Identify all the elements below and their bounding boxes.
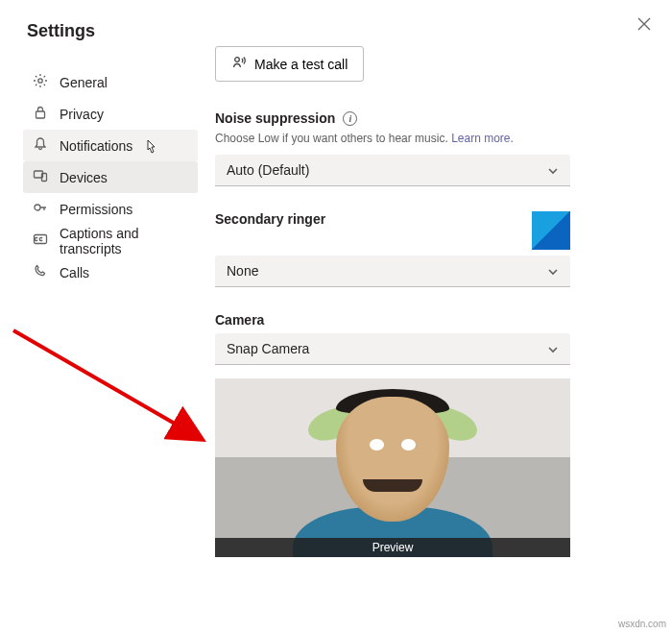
sidebar-item-label: Devices (60, 170, 108, 185)
svg-point-0 (38, 79, 42, 83)
svg-point-6 (235, 58, 240, 62)
gear-icon (33, 73, 48, 91)
sidebar-item-label: General (60, 75, 108, 90)
chevron-down-icon (547, 343, 559, 354)
dropdown-value: Auto (Default) (227, 162, 309, 178)
settings-main: Make a test call Noise suppression i Cho… (198, 21, 659, 633)
camera-preview: Preview (215, 378, 570, 557)
secondary-ringer-section: Secondary ringer None (215, 211, 651, 287)
captions-icon (33, 231, 48, 250)
page-title: Settings (23, 21, 198, 41)
svg-point-4 (35, 205, 40, 210)
settings-sidebar: Settings General Privacy Notifications D… (23, 21, 198, 633)
sidebar-item-general[interactable]: General (23, 66, 198, 98)
sidebar-item-calls[interactable]: Calls (23, 256, 198, 288)
bell-icon (33, 136, 48, 155)
sidebar-item-label: Privacy (60, 107, 104, 122)
info-icon[interactable]: i (343, 111, 357, 126)
hint-text: Choose Low if you want others to hear mu… (215, 132, 451, 145)
windows-logo-decoration (532, 211, 570, 250)
camera-dropdown[interactable]: Snap Camera (215, 333, 570, 365)
dropdown-value: None (227, 263, 258, 279)
svg-rect-1 (36, 111, 45, 118)
preview-label: Preview (215, 538, 570, 557)
close-button[interactable] (637, 17, 651, 34)
key-icon (33, 200, 48, 218)
noise-hint: Choose Low if you want others to hear mu… (215, 132, 651, 145)
phone-icon (33, 263, 48, 281)
sidebar-item-captions[interactable]: Captions and transcripts (23, 225, 198, 256)
make-test-call-button[interactable]: Make a test call (215, 46, 364, 82)
chevron-down-icon (547, 265, 559, 277)
sidebar-item-label: Permissions (60, 202, 132, 217)
sidebar-item-label: Notifications (60, 138, 132, 154)
noise-suppression-dropdown[interactable]: Auto (Default) (215, 155, 570, 186)
sidebar-item-devices[interactable]: Devices (23, 161, 198, 193)
settings-nav: General Privacy Notifications Devices Pe… (23, 66, 198, 288)
camera-section: Camera Snap Camera Preview (215, 312, 651, 557)
dropdown-value: Snap Camera (227, 341, 309, 356)
sidebar-item-label: Captions and transcripts (60, 226, 188, 256)
lock-icon (33, 105, 48, 123)
section-heading: Secondary ringer (215, 211, 325, 227)
svg-rect-5 (35, 235, 47, 244)
person-call-icon (231, 55, 247, 73)
devices-icon (33, 168, 48, 186)
noise-suppression-section: Noise suppression i Choose Low if you wa… (215, 110, 651, 186)
section-heading: Noise suppression (215, 110, 335, 126)
secondary-ringer-dropdown[interactable]: None (215, 256, 570, 287)
sidebar-item-privacy[interactable]: Privacy (23, 98, 198, 130)
chevron-down-icon (547, 164, 559, 176)
watermark: wsxdn.com (618, 619, 666, 629)
sidebar-item-notifications[interactable]: Notifications (23, 130, 198, 161)
section-heading: Camera (215, 312, 264, 328)
sidebar-item-permissions[interactable]: Permissions (23, 193, 198, 225)
button-label: Make a test call (254, 57, 348, 72)
learn-more-link[interactable]: Learn more. (451, 132, 514, 145)
sidebar-item-label: Calls (60, 265, 89, 280)
